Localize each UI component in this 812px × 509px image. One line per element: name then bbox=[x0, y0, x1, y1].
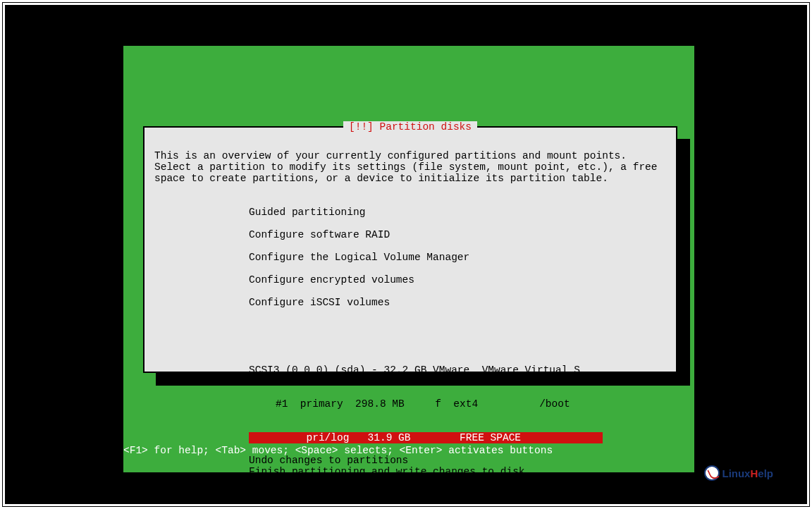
dialog-intro-text: This is an overview of your currently co… bbox=[154, 150, 666, 184]
partition-row-free-space-selected[interactable]: pri/log 31.9 GB FREE SPACE bbox=[249, 432, 603, 443]
menu-undo-changes[interactable]: Undo changes to partitions bbox=[249, 455, 666, 466]
menu-configure-iscsi[interactable]: Configure iSCSI volumes bbox=[249, 297, 666, 308]
outer-border: [!!] Partition disks This is an overview… bbox=[2, 2, 810, 507]
menu-guided-partitioning[interactable]: Guided partitioning bbox=[249, 207, 666, 218]
partition-dialog: [!!] Partition disks This is an overview… bbox=[143, 126, 677, 373]
linuxhelp-logo-text: LinuxHelp bbox=[722, 467, 773, 479]
linuxhelp-logo: LinuxHelp bbox=[704, 465, 773, 481]
screen-frame: [!!] Partition disks This is an overview… bbox=[5, 5, 807, 504]
menu-configure-encrypted[interactable]: Configure encrypted volumes bbox=[249, 274, 666, 286]
help-status-bar: <F1> for help; <Tab> moves; <Space> sele… bbox=[123, 445, 553, 456]
disk-device-header[interactable]: SCSI3 (0,0,0) (sda) - 32.2 GB VMware, VM… bbox=[249, 364, 666, 376]
partition-row-1[interactable]: #1 primary 298.8 MB f ext4 /boot bbox=[249, 398, 666, 410]
linuxhelp-icon bbox=[704, 465, 720, 481]
menu-configure-lvm[interactable]: Configure the Logical Volume Manager bbox=[249, 252, 666, 263]
dialog-title: [!!] Partition disks bbox=[343, 121, 477, 133]
menu-finish-partitioning[interactable]: Finish partitioning and write changes to… bbox=[249, 466, 666, 477]
partition-menu: Guided partitioning Configure software R… bbox=[154, 195, 666, 331]
go-back-button[interactable]: <Go Back> bbox=[154, 489, 666, 500]
menu-configure-raid[interactable]: Configure software RAID bbox=[249, 229, 666, 240]
